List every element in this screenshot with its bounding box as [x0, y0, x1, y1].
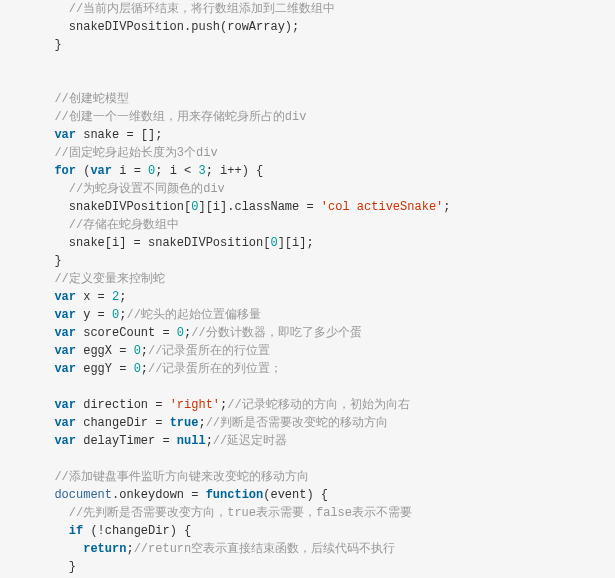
- code-lines: //当前内层循环结束，将行数组添加到二维数组中 snakeDIVPosition…: [40, 0, 575, 578]
- code-block: //当前内层循环结束，将行数组添加到二维数组中 snakeDIVPosition…: [0, 0, 575, 578]
